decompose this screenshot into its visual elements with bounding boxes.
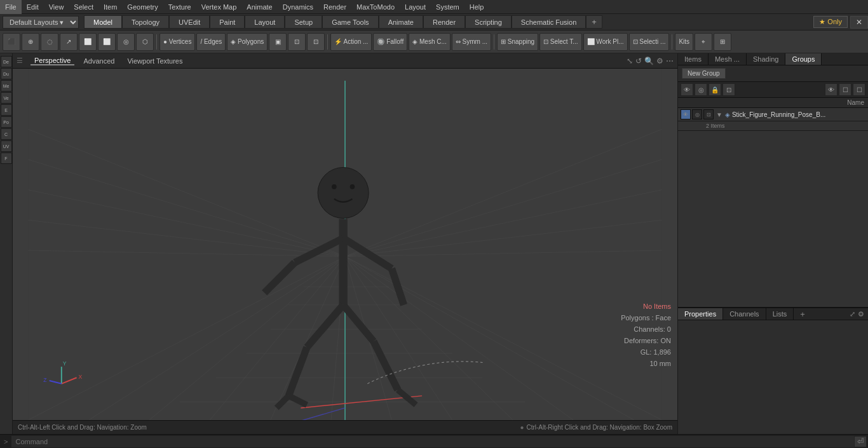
snapping-btn[interactable]: ⊞ Snapping (497, 33, 538, 51)
menu-geometry[interactable]: Geometry (122, 0, 163, 14)
tool-box1-btn[interactable]: ⬜ (79, 33, 97, 51)
viewport-canvas[interactable]: X Y Z No Items Polygons : Face Channels:… (13, 69, 677, 420)
vis-lock-btn[interactable]: ⊡ (703, 109, 714, 119)
sidebar-btn-9[interactable]: F (1, 153, 12, 164)
tool-ring-btn[interactable]: ◎ (117, 33, 135, 51)
tab-render[interactable]: Render (423, 15, 465, 29)
tab-groups[interactable]: Groups (785, 53, 822, 65)
kits-btn[interactable]: Kits (675, 33, 693, 51)
tab-properties[interactable]: Properties (678, 308, 723, 320)
menu-vertexmap[interactable]: Vertex Map (196, 0, 242, 14)
vp-icon-refresh[interactable]: ↺ (635, 57, 642, 65)
selecti-btn[interactable]: ⊡ Selecti ... (629, 33, 670, 51)
menu-dynamics[interactable]: Dynamics (278, 0, 318, 14)
tab-schematic[interactable]: Schematic Fusion (512, 15, 586, 29)
gt-lock-btn[interactable]: 🔒 (709, 83, 721, 96)
menu-maxtomodo[interactable]: MaxToModo (351, 0, 400, 14)
vp-icon-search[interactable]: 🔍 (644, 57, 654, 65)
tab-items[interactable]: Items (678, 53, 709, 65)
tab-gametools[interactable]: Game Tools (322, 15, 379, 29)
tab-shading[interactable]: Shading (747, 53, 785, 65)
expand-icon[interactable]: ▼ (716, 111, 722, 118)
vp-tab-textures[interactable]: Viewport Textures (123, 57, 186, 65)
symm-btn[interactable]: ⇔ Symm ... (452, 33, 491, 51)
star-only-button[interactable]: ★ Only (813, 16, 848, 28)
tab-setup[interactable]: Setup (285, 15, 322, 29)
polygons-btn[interactable]: ◈ Polygons (227, 33, 268, 51)
vp-tab-perspective[interactable]: Perspective (31, 57, 74, 65)
vp-icon-dots[interactable]: ⋯ (666, 57, 674, 65)
tab-layout[interactable]: Layout (245, 15, 285, 29)
tab-uvedit[interactable]: UVEdit (169, 15, 210, 29)
menu-file[interactable]: File (0, 0, 22, 14)
menu-view[interactable]: View (44, 0, 69, 14)
menu-render[interactable]: Render (318, 0, 351, 14)
tab-animate[interactable]: Animate (379, 15, 423, 29)
tab-mesh[interactable]: Mesh ... (709, 53, 747, 65)
sidebar-btn-2[interactable]: Du (1, 68, 12, 79)
props-settings-icon[interactable]: ⚙ (858, 310, 864, 318)
vp-icon-arrows[interactable]: ⤡ (627, 57, 633, 65)
props-expand-icon[interactable]: ⤢ (850, 310, 855, 318)
new-group-button[interactable]: New Group (682, 68, 726, 79)
select-t-btn[interactable]: ⊡ Select T... (539, 33, 582, 51)
menu-edit[interactable]: Edit (22, 0, 44, 14)
tool-circle-btn[interactable]: ◌ (41, 33, 58, 51)
action-btn[interactable]: ⚡ Action ... (330, 33, 372, 51)
menu-layout[interactable]: Layout (400, 0, 431, 14)
tool-hex-btn[interactable]: ⬡ (136, 33, 154, 51)
tool-dotbox2-btn[interactable]: ⊡ (307, 33, 325, 51)
sidebar-btn-6[interactable]: Po (1, 116, 12, 128)
edges-btn[interactable]: / Edges (196, 33, 226, 51)
gt-4-btn[interactable]: ⊡ (722, 83, 735, 96)
sidebar-btn-7[interactable]: C (1, 128, 12, 140)
sidebar-btn-4[interactable]: Ve (1, 92, 12, 104)
gt-box2-btn[interactable]: ☐ (853, 83, 865, 96)
sidebar-btn-3[interactable]: Me (1, 80, 12, 92)
gt-render-btn[interactable]: ◎ (695, 83, 707, 96)
props-add-icon[interactable]: + (796, 309, 809, 319)
vp-tab-advanced[interactable]: Advanced (79, 57, 118, 65)
tool-box2-btn[interactable]: ⬜ (98, 33, 116, 51)
group-row-count[interactable]: 2 Items (678, 121, 868, 131)
group-row-main[interactable]: 👁 ◎ ⊡ ▼ ◈ Stick_Figure_Running_Pose_B... (678, 108, 868, 121)
layout-selector[interactable]: Default Layouts ▾ (3, 16, 79, 29)
menu-help[interactable]: Help (465, 0, 489, 14)
tab-topology[interactable]: Topology (122, 15, 169, 29)
tab-scripting[interactable]: Scripting (465, 15, 512, 29)
gt-eye2-btn[interactable]: 👁 (825, 83, 837, 96)
tab-add-button[interactable]: + (586, 15, 602, 29)
tab-channels[interactable]: Channels (723, 308, 766, 320)
viewport-menu-icon[interactable]: ☰ (17, 57, 23, 65)
command-submit-button[interactable]: ⏎ (854, 436, 867, 447)
nav1-btn[interactable]: ⌖ (695, 33, 712, 51)
tab-lists[interactable]: Lists (766, 308, 794, 320)
command-input[interactable] (11, 436, 854, 447)
menu-item[interactable]: Item (98, 0, 122, 14)
gt-eye-btn[interactable]: 👁 (681, 83, 693, 96)
sidebar-btn-8[interactable]: UV (1, 140, 12, 152)
tab-paint[interactable]: Paint (210, 15, 245, 29)
tool-square-btn[interactable]: ▣ (269, 33, 287, 51)
sidebar-btn-5[interactable]: E (1, 104, 12, 116)
menu-select[interactable]: Select (69, 0, 98, 14)
vis-render-btn[interactable]: ◎ (692, 109, 702, 119)
nav2-btn[interactable]: ⊞ (714, 33, 731, 51)
tool-dotbox-btn[interactable]: ⊡ (288, 33, 306, 51)
tab-model[interactable]: Model (84, 15, 122, 29)
menu-texture[interactable]: Texture (163, 0, 196, 14)
vp-icon-settings[interactable]: ⚙ (656, 57, 663, 65)
mesh-c-btn[interactable]: ◈ Mesh C... (409, 33, 451, 51)
vis-eye-btn[interactable]: 👁 (681, 109, 691, 119)
work-pl-btn[interactable]: ⬜ Work Pl... (583, 33, 628, 51)
gt-box1-btn[interactable]: ☐ (839, 83, 851, 96)
tool-select-btn[interactable]: ⬛ (3, 33, 20, 51)
groups-list[interactable]: 👁 ◎ ⊡ ▼ ◈ Stick_Figure_Running_Pose_B...… (678, 108, 868, 307)
vertices-btn[interactable]: ● Vertices (159, 33, 195, 51)
sidebar-btn-1[interactable]: De (1, 56, 12, 67)
tool-crosshair-btn[interactable]: ⊕ (22, 33, 39, 51)
tool-arrow-btn[interactable]: ↗ (60, 33, 78, 51)
menu-animate[interactable]: Animate (241, 0, 277, 14)
falloff-btn[interactable]: 🔘 Falloff (373, 33, 407, 51)
menu-system[interactable]: System (431, 0, 465, 14)
